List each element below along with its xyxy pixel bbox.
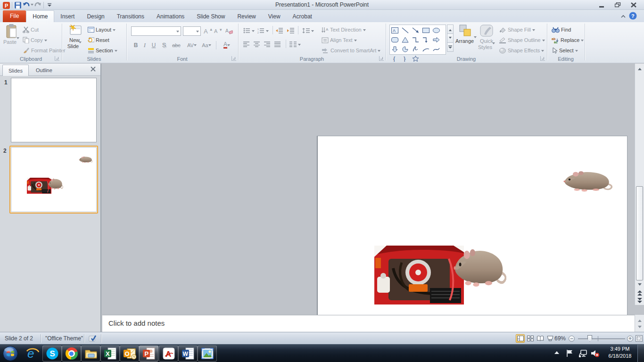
minimize-button[interactable] bbox=[595, 1, 608, 8]
shape-line[interactable] bbox=[401, 25, 410, 35]
shape-down-arrow[interactable] bbox=[390, 44, 399, 54]
taskbar-clock[interactable]: 3:49 PM 6/18/2018 bbox=[604, 346, 636, 362]
tab-home[interactable]: Home bbox=[26, 10, 54, 22]
scroll-down-icon[interactable] bbox=[636, 282, 644, 288]
justify-button[interactable] bbox=[274, 40, 281, 49]
shape-effects-button[interactable]: Shape Effects bbox=[499, 46, 544, 55]
font-size-combobox[interactable] bbox=[183, 26, 201, 36]
shapes-scroll-down-icon[interactable] bbox=[447, 33, 454, 43]
volume-muted-icon[interactable] bbox=[590, 349, 600, 357]
align-left-button[interactable] bbox=[243, 40, 250, 49]
align-center-button[interactable] bbox=[254, 40, 260, 49]
shape-elbow-connector[interactable] bbox=[411, 35, 420, 44]
shape-oval[interactable] bbox=[432, 25, 441, 35]
italic-button[interactable]: I bbox=[141, 40, 148, 50]
grow-font-button[interactable]: A▲ bbox=[204, 26, 213, 36]
action-center-flag-icon[interactable] bbox=[566, 349, 574, 357]
shape-rectangle[interactable] bbox=[421, 25, 430, 35]
taskbar-internet-explorer[interactable]: e bbox=[23, 346, 42, 362]
zoom-slider-track[interactable] bbox=[578, 338, 625, 339]
shape-elbow-arrow-connector[interactable] bbox=[421, 35, 430, 44]
text-direction-button[interactable]: A Text Direction bbox=[322, 25, 366, 34]
slide-2-thumbnail[interactable] bbox=[9, 146, 98, 214]
bullets-button[interactable] bbox=[243, 26, 255, 35]
tab-slide-show[interactable]: Slide Show bbox=[190, 11, 231, 22]
clipboard-dialog-launcher[interactable] bbox=[55, 56, 59, 61]
copy-button[interactable]: Copy bbox=[23, 35, 47, 45]
text-shadow-button[interactable]: S bbox=[160, 40, 168, 50]
start-button[interactable] bbox=[2, 346, 18, 362]
tab-view[interactable]: View bbox=[262, 11, 287, 22]
shape-scribble[interactable] bbox=[411, 44, 420, 54]
previous-slide-icon[interactable] bbox=[636, 289, 644, 296]
font-dialog-launcher[interactable] bbox=[231, 56, 236, 61]
columns-button[interactable] bbox=[289, 40, 301, 49]
slide-show-view-button[interactable] bbox=[545, 334, 554, 343]
shapes-scroll-up-icon[interactable] bbox=[447, 25, 454, 34]
next-slide-icon[interactable] bbox=[636, 297, 644, 304]
show-desktop-button[interactable] bbox=[637, 345, 644, 362]
taskbar-acrobat-reader[interactable]: A bbox=[159, 346, 178, 362]
notes-scroll-up-icon[interactable] bbox=[636, 316, 644, 323]
taskbar-outlook[interactable]: O bbox=[120, 346, 139, 362]
restore-button[interactable] bbox=[611, 1, 624, 8]
align-text-button[interactable]: Align Text bbox=[322, 35, 357, 45]
taskbar-skype[interactable]: S bbox=[42, 346, 62, 362]
shape-text-box[interactable]: A bbox=[390, 25, 399, 35]
numbering-button[interactable]: 12 bbox=[257, 26, 269, 35]
scroll-up-icon[interactable] bbox=[636, 65, 644, 71]
rat-photo-large[interactable] bbox=[453, 247, 506, 288]
shapes-more-icon[interactable] bbox=[447, 42, 454, 52]
zoom-in-icon[interactable]: + bbox=[627, 336, 633, 342]
taskbar-chrome[interactable] bbox=[62, 346, 81, 362]
shape-curve[interactable] bbox=[432, 44, 441, 54]
engine-photo[interactable] bbox=[374, 246, 464, 304]
taskbar-excel[interactable]: X bbox=[100, 346, 120, 362]
align-right-button[interactable] bbox=[264, 40, 271, 49]
change-case-button[interactable]: Aa bbox=[200, 40, 213, 50]
tab-review[interactable]: Review bbox=[231, 11, 262, 22]
paragraph-dialog-launcher[interactable] bbox=[379, 56, 384, 61]
zoom-slider-thumb[interactable] bbox=[587, 335, 592, 342]
collapse-ribbon-icon[interactable] bbox=[620, 14, 626, 19]
notes-scrollbar[interactable] bbox=[635, 315, 644, 332]
shape-arrow[interactable] bbox=[411, 25, 420, 35]
tab-design[interactable]: Design bbox=[81, 11, 110, 22]
tab-outline-panel[interactable]: Outline bbox=[30, 65, 58, 76]
tab-slides-panel[interactable]: Slides bbox=[2, 65, 29, 76]
clear-formatting-button[interactable]: A bbox=[225, 26, 233, 36]
editing-canvas[interactable] bbox=[102, 64, 635, 332]
slide-1-thumbnail[interactable] bbox=[11, 78, 97, 142]
shape-triangle[interactable] bbox=[401, 35, 410, 44]
notes-placeholder[interactable]: Click to add notes bbox=[108, 319, 165, 327]
taskbar-word[interactable]: W bbox=[178, 346, 198, 362]
tab-animations[interactable]: Animations bbox=[150, 11, 190, 22]
close-panel-icon[interactable] bbox=[91, 66, 96, 73]
section-button[interactable]: Section bbox=[88, 46, 117, 55]
slide-sorter-view-button[interactable] bbox=[526, 334, 535, 343]
character-spacing-button[interactable]: AV bbox=[185, 40, 199, 50]
taskbar-photo-viewer[interactable] bbox=[198, 346, 217, 362]
select-button[interactable]: Select bbox=[552, 46, 578, 55]
show-hidden-icons-icon[interactable] bbox=[554, 351, 559, 354]
taskbar-powerpoint[interactable]: P bbox=[139, 346, 158, 362]
underline-button[interactable]: U bbox=[150, 40, 157, 50]
zoom-out-icon[interactable]: − bbox=[569, 336, 575, 342]
tab-file[interactable]: File bbox=[3, 10, 26, 22]
tab-acrobat[interactable]: Acrobat bbox=[287, 11, 318, 22]
reset-button[interactable]: Reset bbox=[88, 35, 109, 45]
scrollbar-thumb[interactable] bbox=[636, 186, 643, 280]
shape-outline-button[interactable]: Shape Outline bbox=[499, 35, 545, 45]
increase-indent-button[interactable] bbox=[287, 26, 295, 35]
shape-pie[interactable] bbox=[401, 44, 410, 54]
fit-slide-to-window-icon[interactable] bbox=[636, 335, 643, 343]
find-button[interactable]: Find bbox=[552, 25, 571, 34]
shape-rounded-rectangle[interactable] bbox=[390, 35, 399, 44]
font-name-combobox[interactable] bbox=[131, 26, 181, 36]
format-painter-button[interactable]: Format Painter bbox=[23, 46, 66, 55]
font-color-button[interactable]: A bbox=[220, 40, 234, 50]
reading-view-button[interactable] bbox=[536, 334, 545, 343]
bold-button[interactable]: B bbox=[132, 40, 140, 50]
spell-check-icon[interactable] bbox=[89, 335, 97, 343]
shape-arc[interactable] bbox=[421, 44, 430, 54]
